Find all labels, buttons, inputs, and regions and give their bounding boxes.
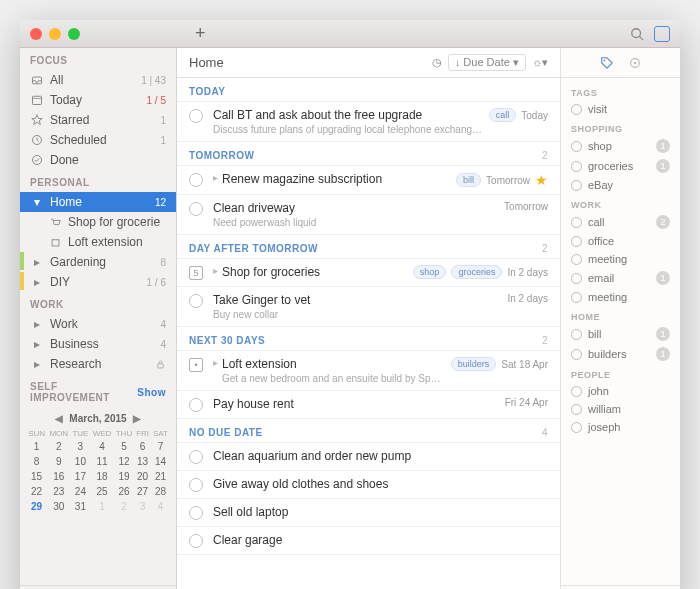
cal-prev[interactable]: ◀ bbox=[55, 413, 63, 424]
tag-item[interactable]: joseph bbox=[561, 418, 680, 436]
task-row[interactable]: Clean drivewayNeed powerwash liquidTomor… bbox=[177, 195, 560, 235]
cal-day[interactable]: 23 bbox=[47, 484, 70, 499]
sidebar-item[interactable]: ▸Research bbox=[20, 354, 176, 374]
cal-day[interactable]: 11 bbox=[90, 454, 113, 469]
task-row[interactable]: ▸Renew magazine subscriptionbillTomorrow… bbox=[177, 166, 560, 195]
cal-day[interactable]: 21 bbox=[151, 469, 170, 484]
clock-icon[interactable]: ◷ bbox=[432, 56, 442, 69]
tag-item[interactable]: john bbox=[561, 382, 680, 400]
search-icon[interactable] bbox=[630, 27, 644, 41]
cal-day[interactable]: 12 bbox=[114, 454, 135, 469]
cal-day[interactable]: 3 bbox=[134, 499, 151, 514]
sidebar-item[interactable]: ▸DIY1 / 6 bbox=[20, 272, 176, 292]
tag-item[interactable]: email1 bbox=[561, 268, 680, 288]
sort-dropdown[interactable]: ↓ Due Date ▾ bbox=[448, 54, 526, 71]
sidebar-item[interactable]: Scheduled1 bbox=[20, 130, 176, 150]
cal-day[interactable]: 18 bbox=[90, 469, 113, 484]
checkbox[interactable] bbox=[189, 398, 203, 412]
cal-day[interactable]: 24 bbox=[70, 484, 90, 499]
show-link[interactable]: Show bbox=[137, 387, 166, 398]
checkbox[interactable] bbox=[189, 173, 203, 187]
star-icon[interactable]: ★ bbox=[535, 172, 548, 188]
task-tag[interactable]: bill bbox=[456, 173, 481, 187]
task-row[interactable]: Clean aquarium and order new pump bbox=[177, 443, 560, 471]
cal-next[interactable]: ▶ bbox=[133, 413, 141, 424]
cal-day[interactable]: 1 bbox=[90, 499, 113, 514]
task-row[interactable]: Give away old clothes and shoes bbox=[177, 471, 560, 499]
checkbox[interactable] bbox=[189, 478, 203, 492]
tag-item[interactable]: meeting bbox=[561, 288, 680, 306]
task-row[interactable]: Pay house rentFri 24 Apr bbox=[177, 391, 560, 419]
sidebar-item[interactable]: Shop for grocerie bbox=[20, 212, 176, 232]
task-tag[interactable]: shop bbox=[413, 265, 447, 279]
checkbox[interactable] bbox=[189, 202, 203, 216]
filter-icon[interactable]: ☼▾ bbox=[532, 56, 548, 69]
tag-item[interactable]: groceries1 bbox=[561, 156, 680, 176]
tag-item[interactable]: shop1 bbox=[561, 136, 680, 156]
tag-item[interactable]: office bbox=[561, 232, 680, 250]
cal-day[interactable]: 28 bbox=[151, 484, 170, 499]
task-row[interactable]: Clear garage bbox=[177, 527, 560, 555]
sidebar-item[interactable]: ▸Work4 bbox=[20, 314, 176, 334]
cal-day[interactable]: 2 bbox=[114, 499, 135, 514]
task-row[interactable]: 5▸Shop for groceriesshopgroceriesIn 2 da… bbox=[177, 259, 560, 287]
toggle-panel-icon[interactable] bbox=[654, 26, 670, 42]
task-row[interactable]: •▸Loft extensionGet a new bedroom and an… bbox=[177, 351, 560, 391]
cal-day[interactable]: 1 bbox=[26, 439, 47, 454]
cal-day[interactable]: 6 bbox=[134, 439, 151, 454]
tag-item[interactable]: visit bbox=[561, 100, 680, 118]
task-tag[interactable]: groceries bbox=[451, 265, 502, 279]
cal-day[interactable]: 15 bbox=[26, 469, 47, 484]
sidebar-item[interactable]: ▸Business4 bbox=[20, 334, 176, 354]
cal-day[interactable]: 20 bbox=[134, 469, 151, 484]
cal-day[interactable]: 31 bbox=[70, 499, 90, 514]
checkbox[interactable] bbox=[189, 109, 203, 123]
cal-day[interactable]: 13 bbox=[134, 454, 151, 469]
cal-day[interactable]: 22 bbox=[26, 484, 47, 499]
checkbox[interactable] bbox=[189, 534, 203, 548]
task-row[interactable]: Sell old laptop bbox=[177, 499, 560, 527]
cal-day[interactable]: 29 bbox=[26, 499, 47, 514]
fullscreen-icon[interactable] bbox=[68, 28, 80, 40]
tab-location[interactable] bbox=[628, 56, 642, 70]
tag-item[interactable]: meeting bbox=[561, 250, 680, 268]
tag-item[interactable]: call2 bbox=[561, 212, 680, 232]
sidebar-item[interactable]: Loft extension bbox=[20, 232, 176, 252]
cal-day[interactable]: 14 bbox=[151, 454, 170, 469]
cal-day[interactable]: 30 bbox=[47, 499, 70, 514]
sidebar-item[interactable]: Starred1 bbox=[20, 110, 176, 130]
cal-day[interactable]: 5 bbox=[114, 439, 135, 454]
task-tag[interactable]: builders bbox=[451, 357, 497, 371]
cal-day[interactable]: 2 bbox=[47, 439, 70, 454]
checkbox[interactable] bbox=[189, 450, 203, 464]
tag-item[interactable]: builders1 bbox=[561, 344, 680, 364]
task-row[interactable]: Take Ginger to vetBuy new collarIn 2 day… bbox=[177, 287, 560, 327]
cal-day[interactable]: 16 bbox=[47, 469, 70, 484]
sidebar-item[interactable]: All1 | 43 bbox=[20, 70, 176, 90]
tag-item[interactable]: bill1 bbox=[561, 324, 680, 344]
cal-day[interactable]: 27 bbox=[134, 484, 151, 499]
minimize-icon[interactable] bbox=[49, 28, 61, 40]
cal-day[interactable]: 26 bbox=[114, 484, 135, 499]
add-button[interactable]: + bbox=[195, 23, 206, 44]
sidebar-item[interactable]: ▾Home12 bbox=[20, 192, 176, 212]
cal-day[interactable]: 10 bbox=[70, 454, 90, 469]
sidebar-item[interactable]: Today1 / 5 bbox=[20, 90, 176, 110]
cal-day[interactable]: 19 bbox=[114, 469, 135, 484]
tag-item[interactable]: eBay bbox=[561, 176, 680, 194]
tag-item[interactable]: william bbox=[561, 400, 680, 418]
checkbox[interactable] bbox=[189, 506, 203, 520]
cal-day[interactable]: 4 bbox=[151, 499, 170, 514]
cal-day[interactable]: 7 bbox=[151, 439, 170, 454]
cal-day[interactable]: 17 bbox=[70, 469, 90, 484]
cal-day[interactable]: 25 bbox=[90, 484, 113, 499]
cal-day[interactable]: 9 bbox=[47, 454, 70, 469]
close-icon[interactable] bbox=[30, 28, 42, 40]
sidebar-item[interactable]: ▸Gardening8 bbox=[20, 252, 176, 272]
tab-tags[interactable] bbox=[600, 56, 614, 70]
task-row[interactable]: Call BT and ask about the free upgradeDi… bbox=[177, 102, 560, 142]
sidebar-item[interactable]: Done bbox=[20, 150, 176, 170]
checkbox[interactable] bbox=[189, 294, 203, 308]
cal-day[interactable]: 3 bbox=[70, 439, 90, 454]
cal-day[interactable]: 4 bbox=[90, 439, 113, 454]
